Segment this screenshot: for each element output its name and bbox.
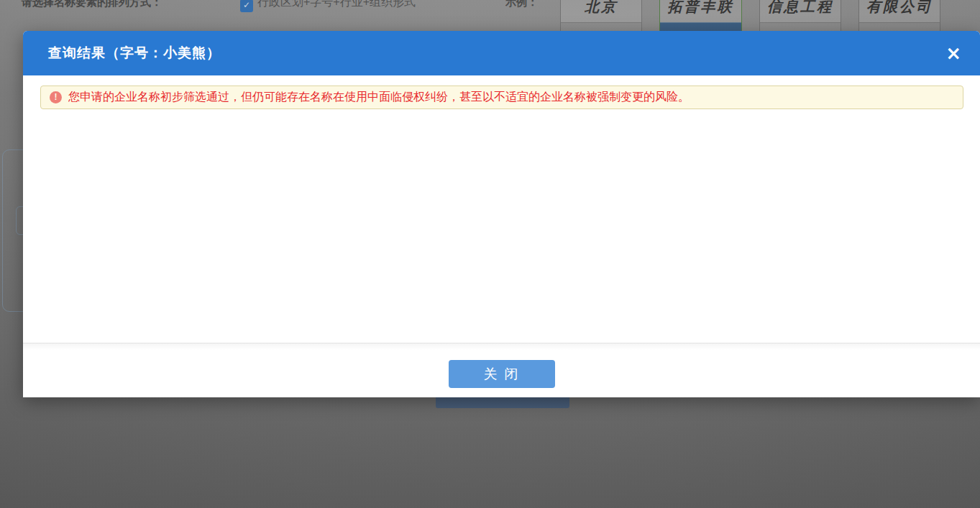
checkbox-check-icon: ✓ [243,0,250,10]
modal-title: 查询结果（字号：小美熊） [48,44,221,63]
example-box-orgform: 有限公司 [858,0,940,34]
arrangement-option-label: 行政区划+字号+行业+组织形式 [257,0,416,9]
arrangement-checkbox[interactable]: ✓ [240,0,253,12]
example-box-region: 北京 [560,0,642,34]
example-box-tradename: 拓普丰联 [659,0,742,34]
example-box-text: 信息工程 [760,0,841,22]
close-button[interactable]: 关 闭 [449,360,555,388]
warning-alert: ! 您申请的企业名称初步筛选通过，但仍可能存在名称在使用中面临侵权纠纷，甚至以不… [40,86,963,109]
example-box-text: 拓普丰联 [660,0,741,22]
example-box-industry: 信息工程 [759,0,841,34]
modal-header: 查询结果（字号：小美熊） × [23,31,980,75]
query-result-modal: 查询结果（字号：小美熊） × ! 您申请的企业名称初步筛选通过，但仍可能存在名称… [23,31,980,397]
example-label: 示例： [505,0,538,9]
arrangement-question-label: 请选择名称要素的排列方式： [22,0,162,9]
example-box-text: 北京 [561,0,641,22]
modal-body: ! 您申请的企业名称初步筛选通过，但仍可能存在名称在使用中面临侵权纠纷，甚至以不… [23,75,980,343]
close-icon[interactable]: × [945,44,961,63]
modal-footer: 关 闭 [23,343,980,397]
example-box-text: 有限公司 [859,0,940,22]
warning-message: 您申请的企业名称初步筛选通过，但仍可能存在名称在使用中面临侵权纠纷，甚至以不适宜… [68,90,690,105]
warning-icon: ! [50,91,62,103]
